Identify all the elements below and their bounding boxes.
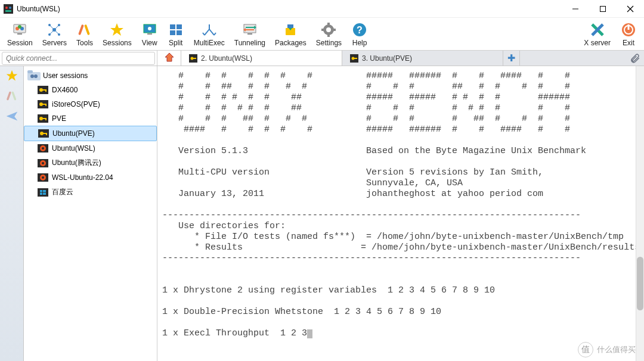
title-bar: Ubuntu(WSL) [0,0,644,18]
tree-item-label: WSL-Ubuntu-22.04 [52,173,113,182]
svg-marker-64 [6,111,17,120]
svg-rect-46 [333,29,336,31]
multiexec-icon [201,21,218,38]
svg-rect-63 [11,91,16,100]
svg-point-42 [326,27,331,32]
svg-marker-61 [6,70,17,81]
tree-item-label: DX4600 [52,86,78,94]
tab-3-ubuntu-pve[interactable]: 3. Ubuntu(PVE) [342,51,503,66]
attachment-icon[interactable] [626,51,644,66]
tab-2-ubuntu-wsl[interactable]: 2. Ubuntu(WSL) [181,51,342,66]
tree-item[interactable]: WSL-Ubuntu-22.04 [24,170,157,185]
help-icon: ? [351,21,368,38]
svg-rect-45 [321,29,324,31]
svg-marker-24 [110,23,123,36]
side-tools-icon[interactable] [5,89,19,103]
folder-icon [27,70,41,81]
svg-rect-94 [38,188,48,197]
tree-item[interactable]: Ubuntu(WSL) [24,141,157,155]
toolbar-packages[interactable]: Packages [270,20,311,48]
svg-rect-22 [78,24,84,35]
session-icon [11,21,28,38]
plus-icon: ✚ [507,52,515,64]
svg-point-90 [42,162,44,164]
toolbar-tunneling[interactable]: Tunneling [230,20,270,48]
session-icon [37,114,49,123]
svg-rect-5 [600,6,606,11]
session-icon [37,99,49,109]
svg-rect-76 [45,104,47,106]
body: User sessions DX4600iStoreOS(PVE)PVEUbun… [0,66,644,361]
svg-rect-30 [170,30,175,35]
tree-item[interactable]: 百度云 [24,185,157,200]
tab-label: 2. Ubuntu(WSL) [201,54,252,63]
svg-rect-57 [193,58,196,59]
toolbar-view[interactable]: View [137,20,163,48]
tree-item[interactable]: DX4600 [24,83,157,97]
tree-item[interactable]: iStoreOS(PVE) [24,97,157,111]
toolbar-exit[interactable]: Exit [615,20,642,48]
maximize-button[interactable] [589,0,617,18]
svg-rect-0 [4,4,13,14]
send-icon[interactable] [5,109,19,123]
session-icon [37,188,49,197]
svg-point-2 [9,7,11,9]
tunneling-icon [242,21,258,38]
scrollbar-thumb[interactable] [637,257,643,310]
toolbar-split[interactable]: Split [163,20,189,48]
svg-rect-80 [45,118,47,120]
watermark-icon: 值 [578,342,593,357]
tree-item-label: Ubuntu(WSL) [52,144,95,153]
tab-home[interactable] [157,51,181,66]
tree-item-label: Ubuntu(腾讯云) [52,158,101,168]
tab-label: 3. Ubuntu(PVE) [362,54,412,63]
toolbar-settings[interactable]: Settings [311,20,346,48]
session-icon [37,173,49,182]
svg-rect-66 [27,70,33,73]
terminal[interactable]: # # # # # # # ##### ###### # # #### # # … [157,66,644,361]
view-icon [141,21,158,38]
session-icon [37,158,49,168]
svg-line-18 [49,25,54,30]
tree-item[interactable]: Ubuntu(PVE) [24,126,157,141]
svg-rect-23 [84,24,90,35]
svg-line-19 [54,25,59,30]
home-icon [164,52,175,64]
minimize-button[interactable] [562,0,589,18]
toolbar-session[interactable]: Session [2,20,38,48]
toolbar-multiexec[interactable]: MultiExec [189,20,230,48]
split-icon [168,21,184,38]
svg-rect-29 [177,24,182,29]
app-icon [4,4,13,14]
close-button[interactable] [617,0,644,18]
session-icon [38,129,49,138]
toolbar-sessions[interactable]: Sessions [98,20,137,48]
tree-root[interactable]: User sessions [24,69,157,83]
window-title: Ubuntu(WSL) [17,5,562,13]
tab-add[interactable]: ✚ [503,51,520,66]
toolbar-servers[interactable]: Servers [38,20,72,48]
svg-line-21 [54,30,59,35]
quick-connect-input[interactable] [2,52,155,65]
toolbar-help[interactable]: ? Help [346,20,373,48]
toolbar-tools[interactable]: Tools [72,20,98,48]
svg-rect-95 [40,190,42,192]
main-toolbar: Session Servers Tools Sessions View Spli… [0,18,644,51]
tree-item[interactable]: Ubuntu(腾讯云) [24,155,157,170]
svg-rect-72 [45,89,47,92]
svg-rect-84 [46,133,47,135]
tree-item-label: Ubuntu(PVE) [52,129,95,138]
packages-icon [282,21,299,38]
tree-item-label: iStoreOS(PVE) [52,100,100,108]
tab-bar: 2. Ubuntu(WSL) 3. Ubuntu(PVE) ✚ [0,51,644,66]
svg-rect-97 [40,192,42,195]
svg-rect-28 [170,24,175,29]
toolbar-xserver[interactable]: X server [579,20,615,48]
favorite-star-icon[interactable] [5,69,19,83]
tree-item[interactable]: PVE [24,111,157,126]
svg-rect-44 [327,34,330,37]
svg-point-59 [352,57,355,60]
quick-connect-container [0,51,157,66]
terminal-scrollbar[interactable] [636,66,644,361]
star-icon [109,21,125,38]
